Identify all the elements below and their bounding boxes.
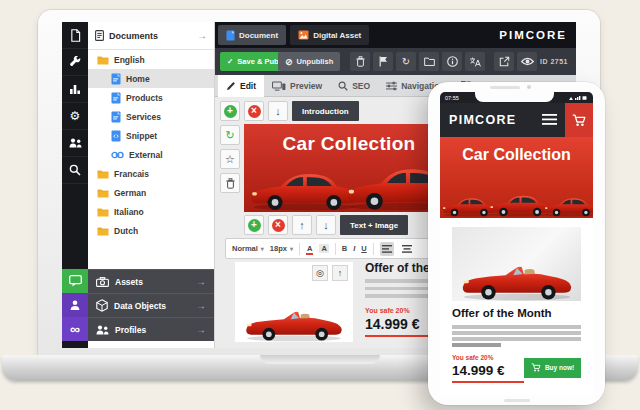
format-value: Normal	[232, 244, 258, 253]
wrench-icon	[69, 56, 81, 68]
panel-data-objects[interactable]: Data Objects →	[88, 293, 214, 317]
info-button[interactable]	[442, 52, 462, 71]
red-convertible-image	[458, 257, 576, 301]
delete-block-button[interactable]	[220, 173, 240, 193]
collapse-arrow-icon[interactable]: →	[197, 30, 207, 41]
add-element-button[interactable]: +	[244, 215, 264, 235]
italic-button[interactable]: I	[353, 244, 355, 253]
delete-button[interactable]	[350, 52, 370, 71]
panel-label: Assets	[115, 277, 143, 287]
magnifier-icon	[338, 81, 348, 91]
sidebar-item-account[interactable]	[62, 293, 88, 317]
block-side-controls: + ↻ ☆	[220, 101, 240, 193]
reload-button[interactable]: ↻	[396, 52, 416, 71]
no-entry-icon: ⊘	[285, 57, 293, 67]
tab-preview[interactable]: Preview	[264, 75, 330, 97]
status-icons	[568, 95, 588, 101]
translate-button[interactable]	[465, 52, 485, 71]
tab-label: Edit	[240, 81, 256, 91]
block-type-chip[interactable]: Text + Image	[340, 215, 408, 235]
tree-item-german[interactable]: German	[88, 183, 214, 202]
pimcore-logo: PIMCORE	[499, 22, 567, 48]
image-upload-button[interactable]: ↑	[332, 265, 348, 281]
tree-item-label: German	[114, 188, 146, 198]
open-preview-button[interactable]	[494, 52, 514, 71]
remove-element-button[interactable]: ×	[268, 215, 288, 235]
cart-button[interactable]	[565, 103, 593, 137]
arrow-up-icon: ↑	[338, 269, 343, 278]
phone-camera	[527, 85, 531, 89]
price-underline	[452, 381, 524, 383]
tree-item-label: Francais	[114, 169, 149, 179]
eye-button[interactable]	[517, 52, 537, 71]
placeholder-line	[452, 331, 581, 335]
tree-item-products[interactable]: Products	[88, 88, 214, 107]
price-block: You safe 20% 14.999 €	[452, 354, 524, 383]
sidebar-item-automation[interactable]: ∞	[62, 317, 88, 341]
tree-item-external[interactable]: External	[88, 145, 214, 164]
buy-now-button[interactable]: Buy now!	[524, 358, 581, 378]
move-up-button[interactable]: ↑	[292, 215, 312, 235]
offer-image-card	[452, 227, 581, 301]
tree-item-italiano[interactable]: Italiano	[88, 202, 214, 221]
hamburger-menu-button[interactable]	[542, 114, 557, 125]
pimcore-responsive-mockup: ⚙	[0, 0, 640, 410]
tree-item-snippet[interactable]: Snippet	[88, 126, 214, 145]
sidebar-item-search[interactable]	[62, 157, 88, 184]
sidebar-item-reports[interactable]	[62, 76, 88, 103]
sidebar-bottom-group: ∞	[62, 269, 88, 341]
tree-item-home[interactable]: Home	[88, 69, 214, 88]
banner-cars-image	[441, 190, 593, 217]
panel-assets[interactable]: Assets →	[88, 269, 214, 293]
move-down-button[interactable]: ↓	[268, 101, 288, 121]
sidebar-item-chat[interactable]	[62, 269, 88, 293]
sidebar-item-settings[interactable]: ⚙	[62, 103, 88, 130]
format-dropdown[interactable]: Normal ▾	[232, 244, 264, 253]
sidebar-item-tools[interactable]	[62, 49, 88, 76]
buy-now-label: Buy now!	[545, 364, 574, 371]
tab-seo[interactable]: SEO	[330, 75, 378, 97]
align-left-button[interactable]	[380, 242, 394, 256]
phone-page-body: Offer of the Month You safe 20% 14.999 €	[440, 218, 593, 395]
banner-title: Car Collection	[244, 133, 454, 155]
sliders-icon	[386, 81, 397, 91]
tree-item-services[interactable]: Services	[88, 107, 214, 126]
move-down-button[interactable]: ↓	[316, 215, 336, 235]
highlight-button[interactable]: A	[319, 244, 328, 253]
bold-button[interactable]: B	[342, 244, 347, 253]
underline-button[interactable]: U	[361, 244, 366, 253]
flag-button[interactable]	[373, 52, 393, 71]
placeholder-line	[452, 325, 581, 329]
folder-button[interactable]	[419, 52, 439, 71]
sidebar-item-documents[interactable]	[62, 22, 88, 49]
tree-item-label: Home	[126, 74, 150, 84]
tree-item-dutch[interactable]: Dutch	[88, 221, 214, 240]
tab-digital-asset[interactable]: Digital Asset	[290, 25, 369, 45]
tab-edit[interactable]: Edit	[218, 75, 264, 97]
panel-profiles[interactable]: Profiles →	[88, 317, 214, 341]
documents-panel-header[interactable]: Documents →	[88, 22, 214, 50]
file-icon	[70, 29, 81, 42]
favorite-block-button[interactable]: ☆	[220, 149, 240, 169]
align-center-button[interactable]	[400, 242, 414, 256]
phone-notch	[475, 92, 554, 102]
tab-document[interactable]: Document	[218, 25, 286, 45]
add-block-button[interactable]: +	[220, 101, 240, 121]
sidebar-item-users[interactable]	[62, 130, 88, 157]
reload-icon: ↻	[402, 56, 410, 67]
font-size-dropdown[interactable]: 18px ▾	[270, 244, 293, 253]
tree-item-label: Services	[126, 112, 161, 122]
tree-item-english[interactable]: English	[88, 50, 214, 69]
block-type-chip[interactable]: Introduction	[292, 101, 359, 121]
font-color-button[interactable]: A	[306, 244, 313, 253]
refresh-block-button[interactable]: ↻	[220, 125, 240, 145]
unpublish-button[interactable]: ⊘ Unpublish	[278, 52, 340, 71]
image-target-button[interactable]: ◎	[312, 265, 328, 281]
remove-intro-block-button[interactable]: ×	[244, 101, 264, 121]
tree-item-francais[interactable]: Francais	[88, 164, 214, 183]
close-icon: ×	[272, 219, 285, 232]
offer-heading: Offer of the Month	[452, 307, 581, 319]
folder-icon	[424, 57, 435, 66]
intro-block-header: × ↓ Introduction	[244, 101, 359, 121]
link-icon	[111, 151, 124, 159]
